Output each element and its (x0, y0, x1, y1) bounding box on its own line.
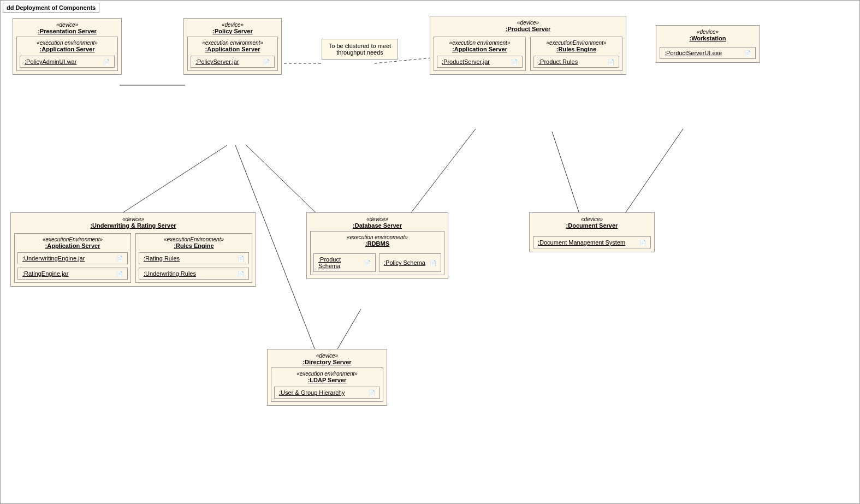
policyadminui-artifact: :PolicyAdminUI.war 📄 (20, 56, 115, 68)
product-server-name: :Product Server (434, 26, 622, 32)
uw-rulesengine-name: :Rules Engine (139, 242, 249, 249)
directory-server-name: :Directory Server (271, 359, 383, 365)
policy-server-node: «device» :Policy Server «execution envir… (183, 18, 282, 75)
database-server-name: :Database Server (310, 222, 444, 229)
presentation-appserver-node: «execution environment» :Application Ser… (16, 37, 118, 71)
dms-name: :Document Management System (538, 239, 625, 246)
uw-rules-name: :Underwriting Rules (144, 270, 196, 277)
ldap-title: «execution environment» :LDAP Server (274, 371, 380, 383)
policy-appserver-title: «execution environment» :Application Ser… (191, 40, 275, 52)
product-server-title: «device» :Product Server (434, 20, 622, 32)
product-rules-name: :Product Rules (538, 58, 578, 65)
policy-appserver-node: «execution environment» :Application Ser… (187, 37, 278, 71)
ldap-node: «execution environment» :LDAP Server :Us… (271, 367, 383, 402)
user-group-name: :User & Group Hierarchy (279, 389, 345, 396)
presentation-server-stereotype: «device» (16, 22, 118, 28)
productserver-jar-name: :ProductServer.jar (442, 58, 490, 65)
presentation-appserver-name: :Application Server (20, 46, 115, 52)
uw-rating-server-title: «device» :Underwriting & Rating Server (14, 216, 252, 229)
document-server-stereotype: «device» (533, 216, 651, 222)
product-server-stereotype: «device» (434, 20, 622, 26)
productserver-jar-artifact: :ProductServer.jar 📄 (437, 56, 523, 68)
uw-appserver-name: :Application Server (17, 242, 128, 249)
diagram-title: dd Deployment of Components (3, 3, 99, 13)
uw-rating-server-stereotype: «device» (14, 216, 252, 222)
policy-schema-icon: 📄 (430, 260, 436, 266)
ldap-stereotype: «execution environment» (274, 371, 380, 377)
policyserver-name: :PolicyServer.jar (195, 58, 239, 65)
presentation-appserver-title: «execution environment» :Application Ser… (20, 40, 115, 52)
rdbms-stereotype: «execution environment» (313, 234, 441, 240)
product-rulesengine-name: :Rules Engine (533, 46, 619, 52)
rdbms-node: «execution environment» :RDBMS :Product … (310, 231, 444, 275)
workstation-artifact-icon: 📄 (744, 50, 751, 56)
note-text: To be clustered to meetthroughput needs (329, 43, 391, 56)
diagram-container: dd Deployment of Components «device» :Pr… (0, 0, 860, 504)
directory-server-stereotype: «device» (271, 353, 383, 359)
product-rules-artifact: :Product Rules 📄 (533, 56, 619, 68)
product-rulesengine-title: «executionEnvironment» :Rules Engine (533, 40, 619, 52)
uw-engine-name: :UnderwritingEngine.jar (22, 255, 85, 262)
rating-rules-artifact: :Rating Rules 📄 (139, 252, 249, 264)
uw-rules-artifact: :Underwriting Rules 📄 (139, 268, 249, 280)
uw-rating-server-node: «device» :Underwriting & Rating Server «… (10, 212, 256, 287)
workstation-artifact: :PorductServerUI.exe 📄 (660, 47, 756, 59)
presentation-server-node: «device» :Presentation Server «execution… (13, 18, 122, 75)
productserver-jar-icon: 📄 (511, 59, 518, 65)
presentation-appserver-stereotype: «execution environment» (20, 40, 115, 46)
directory-server-title: «device» :Directory Server (271, 353, 383, 365)
policy-server-title: «device» :Policy Server (187, 22, 278, 34)
policyserver-artifact: :PolicyServer.jar 📄 (191, 56, 275, 68)
ldap-name: :LDAP Server (274, 377, 380, 383)
directory-server-node: «device» :Directory Server «execution en… (267, 349, 387, 406)
presentation-server-title: «device» :Presentation Server (16, 22, 118, 34)
rating-rules-name: :Rating Rules (144, 255, 180, 262)
product-appserver-name: :Application Server (437, 46, 523, 52)
product-schema-icon: 📄 (364, 260, 371, 266)
database-server-title: «device» :Database Server (310, 216, 444, 229)
uw-rulesengine-title: «executionEnvironment» :Rules Engine (139, 236, 249, 249)
policy-server-name: :Policy Server (187, 28, 278, 34)
document-server-title: «device» :Document Server (533, 216, 651, 229)
user-group-artifact: :User & Group Hierarchy 📄 (274, 387, 380, 399)
svg-line-8 (623, 129, 683, 216)
product-appserver-node: «execution environment» :Application Ser… (434, 37, 526, 71)
user-group-icon: 📄 (369, 390, 375, 396)
uw-rating-server-name: :Underwriting & Rating Server (14, 222, 252, 229)
policyserver-icon: 📄 (263, 59, 270, 65)
presentation-server-name: :Presentation Server (16, 28, 118, 34)
policy-server-stereotype: «device» (187, 22, 278, 28)
product-schema-artifact: :Product Schema 📄 (313, 253, 376, 272)
rating-engine-artifact: :RatingEngine.jar 📄 (17, 268, 128, 280)
dms-icon: 📄 (639, 240, 646, 246)
svg-line-7 (552, 132, 579, 214)
policyadminui-icon: 📄 (103, 59, 110, 65)
policy-appserver-stereotype: «execution environment» (191, 40, 275, 46)
workstation-title: «device» :Workstation (660, 29, 756, 41)
policyadminui-name: :PolicyAdminUI.war (25, 58, 76, 65)
rdbms-name: :RDBMS (313, 240, 441, 247)
rating-engine-icon: 📄 (116, 271, 123, 277)
uw-appserver-title: «executionEnvironment» :Application Serv… (17, 236, 128, 249)
workstation-stereotype: «device» (660, 29, 756, 35)
product-rules-icon: 📄 (608, 59, 614, 65)
document-server-name: :Document Server (533, 222, 651, 229)
database-server-node: «device» :Database Server «execution env… (306, 212, 448, 279)
dms-artifact: :Document Management System 📄 (533, 236, 651, 248)
uw-appserver-stereotype: «executionEnvironment» (17, 236, 128, 242)
workstation-artifact-name: :PorductServerUI.exe (665, 50, 722, 56)
uw-appserver-node: «executionEnvironment» :Application Serv… (14, 233, 131, 283)
product-appserver-stereotype: «execution environment» (437, 40, 523, 46)
workstation-name: :Workstation (660, 35, 756, 41)
policy-appserver-name: :Application Server (191, 46, 275, 52)
workstation-node: «device» :Workstation :PorductServerUI.e… (656, 25, 760, 63)
rdbms-title: «execution environment» :RDBMS (313, 234, 441, 247)
uw-engine-artifact: :UnderwritingEngine.jar 📄 (17, 252, 128, 264)
database-server-stereotype: «device» (310, 216, 444, 222)
policy-schema-artifact: :Policy Schema 📄 (379, 253, 441, 272)
product-server-node: «device» :Product Server «execution envi… (430, 16, 626, 75)
policy-schema-name: :Policy Schema (384, 259, 425, 266)
product-schema-name: :Product Schema (318, 256, 362, 269)
rating-rules-icon: 📄 (238, 256, 244, 262)
product-appserver-title: «execution environment» :Application Ser… (437, 40, 523, 52)
